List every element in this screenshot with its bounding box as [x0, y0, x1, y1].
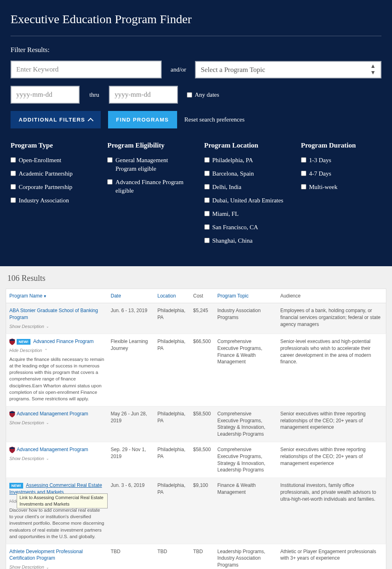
additional-filters-button[interactable]: ADDITIONAL FILTERS — [11, 111, 101, 128]
filter-checkbox-label: Shanghai, China — [212, 237, 253, 245]
date-to-input[interactable] — [109, 86, 178, 104]
show-description-toggle[interactable]: Show Description ⌄ — [9, 324, 104, 330]
table-row: Athlete Development Professional Certifi… — [6, 544, 386, 569]
andor-label: and/or — [167, 66, 190, 73]
filter-group-dur: Program Duration1-3 Days4-7 DaysMulti-we… — [301, 141, 381, 250]
filter-checkbox[interactable] — [301, 157, 306, 163]
date-from-input[interactable] — [11, 86, 80, 104]
filter-checkbox[interactable] — [301, 184, 306, 189]
header-program-name[interactable]: Program Name▼ — [6, 289, 108, 303]
filter-group-title: Program Type — [11, 141, 91, 150]
filter-checkbox-item[interactable]: Industry Association — [11, 196, 91, 205]
filter-checkbox[interactable] — [204, 224, 210, 230]
keyword-input[interactable] — [11, 61, 162, 78]
filter-checkbox[interactable] — [204, 157, 210, 163]
header-topic[interactable]: Program Topic — [214, 289, 277, 303]
filter-checkbox[interactable] — [107, 157, 113, 163]
filter-checkbox-item[interactable]: Miami, FL — [204, 210, 285, 218]
filter-checkbox-label: Miami, FL — [212, 210, 239, 218]
new-badge: NEW! — [9, 483, 23, 489]
header-audience: Audience — [277, 289, 386, 303]
filter-checkbox[interactable] — [204, 211, 210, 216]
program-link[interactable]: Advanced Management Program — [17, 447, 88, 452]
filter-checkbox-item[interactable]: Academic Partnership — [11, 169, 91, 178]
program-topic-select[interactable]: Select a Program Topic — [195, 61, 381, 78]
hide-description-toggle[interactable]: Hide Description ⌃ — [9, 347, 104, 354]
filter-checkbox-label: Academic Partnership — [19, 169, 73, 178]
filter-checkbox[interactable] — [301, 171, 306, 176]
header-date[interactable]: Date — [108, 289, 154, 303]
filter-group-elig: Program EligibilityGeneral Management Pr… — [107, 141, 188, 250]
cell-audience: Athletic or Player Engagement profession… — [277, 544, 386, 569]
filter-checkbox-item[interactable]: Dubai, United Arab Emirates — [204, 196, 285, 205]
filter-checkbox-item[interactable]: General Management Program eligible — [107, 156, 188, 173]
filter-checkbox-item[interactable]: Shanghai, China — [204, 237, 285, 245]
any-dates-label: Any dates — [195, 91, 219, 98]
link-tooltip: Link to Assessing Commercial Real Estate… — [17, 493, 108, 508]
filter-checkbox-item[interactable]: Advanced Finance Program eligible — [107, 178, 188, 195]
shield-icon — [9, 339, 15, 345]
filter-checkbox[interactable] — [11, 157, 16, 163]
program-link[interactable]: Athlete Development Professional Certifi… — [9, 549, 83, 561]
filter-checkbox[interactable] — [11, 184, 16, 189]
cell-cost: $9,100 — [190, 478, 214, 544]
filter-checkbox-label: 4-7 Days — [309, 169, 331, 178]
program-link[interactable]: Advanced Management Program — [17, 411, 88, 417]
thru-label: thru — [84, 91, 104, 98]
header-cost: Cost — [190, 289, 214, 303]
filter-checkbox-item[interactable]: Open-Enrollment — [11, 156, 91, 165]
filter-checkbox[interactable] — [11, 171, 16, 176]
program-description: Discover how to add commercial real esta… — [9, 507, 104, 539]
show-description-toggle[interactable]: Show Description ⌄ — [9, 420, 104, 426]
caret-down-icon: ⌄ — [46, 456, 49, 461]
filter-checkbox-item[interactable]: 4-7 Days — [301, 169, 381, 178]
filter-checkbox-label: Dubai, United Arab Emirates — [212, 196, 284, 205]
shield-icon — [9, 411, 15, 417]
filter-results-label: Filter Results: — [11, 46, 381, 54]
any-dates-checkbox-wrap[interactable]: Any dates — [187, 91, 219, 98]
filter-checkbox[interactable] — [204, 171, 210, 176]
filter-checkbox-item[interactable]: San Francisco, CA — [204, 223, 285, 232]
filter-checkbox-label: General Management Program eligible — [115, 156, 188, 173]
shield-icon — [9, 447, 15, 453]
cell-date: Flexible Learning Journey — [108, 334, 154, 406]
chevron-up-icon — [88, 117, 93, 123]
new-badge: NEW! — [17, 339, 30, 345]
program-link[interactable]: ABA Stonier Graduate School of Banking P… — [9, 308, 98, 320]
cell-location: TBD — [154, 544, 190, 569]
filter-checkbox-label: San Francisco, CA — [212, 223, 258, 232]
cell-cost: $58,500 — [190, 442, 214, 478]
cell-audience: Employees of a bank, holding company, or… — [277, 303, 386, 334]
page-title: Executive Education Program Finder — [11, 12, 381, 26]
cell-cost: $58,500 — [190, 406, 214, 442]
filter-checkbox-item[interactable]: Barcelona, Spain — [204, 169, 285, 178]
filter-checkbox[interactable] — [204, 238, 210, 243]
filter-checkbox[interactable] — [11, 198, 16, 203]
cell-location: Philadelphia, PA — [154, 442, 190, 478]
filter-checkbox-item[interactable]: Delhi, India — [204, 183, 285, 191]
filter-checkbox[interactable] — [204, 184, 210, 189]
cell-topic: Leadership Programs, Industry Associatio… — [214, 544, 277, 569]
show-description-toggle[interactable]: Show Description ⌄ — [9, 564, 104, 569]
cell-date: Sep. 29 - Nov 1, 2019 — [108, 442, 154, 478]
header-location[interactable]: Location — [154, 289, 190, 303]
cell-topic: Industry Association Programs — [214, 303, 277, 334]
cell-date: May 26 - Jun 28, 2019 — [108, 406, 154, 442]
filter-checkbox-item[interactable]: 1-3 Days — [301, 156, 381, 165]
filter-checkbox-item[interactable]: Multi-week — [301, 183, 381, 191]
find-programs-button[interactable]: FIND PROGRAMS — [108, 111, 177, 128]
filter-checkbox-label: Industry Association — [19, 196, 69, 205]
any-dates-checkbox[interactable] — [187, 92, 192, 98]
filter-checkbox-item[interactable]: Philadelphia, PA — [204, 156, 285, 165]
filter-checkbox-label: Advanced Finance Program eligible — [115, 178, 188, 195]
filter-group-title: Program Duration — [301, 141, 381, 150]
cell-cost: $5,245 — [190, 303, 214, 334]
reset-link[interactable]: Reset search preferences — [184, 116, 245, 123]
show-description-toggle[interactable]: Show Description ⌄ — [9, 456, 104, 462]
filter-checkbox-label: Multi-week — [309, 183, 338, 191]
program-link[interactable]: Advanced Finance Program — [33, 339, 94, 344]
filter-checkbox-item[interactable]: Corporate Partnership — [11, 183, 91, 191]
cell-location: Philadelphia, PA — [154, 478, 190, 544]
filter-checkbox[interactable] — [107, 179, 113, 185]
filter-checkbox[interactable] — [204, 198, 210, 203]
